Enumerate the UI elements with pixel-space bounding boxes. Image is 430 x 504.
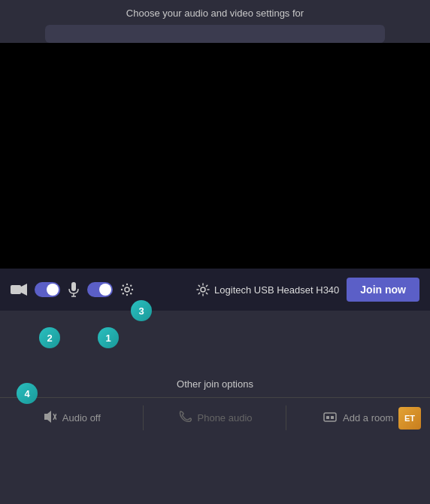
svg-rect-20	[331, 416, 334, 419]
svg-point-14	[201, 287, 205, 292]
mic-toggle-knob	[99, 284, 111, 296]
mic-toggle[interactable]	[87, 282, 113, 297]
join-options-row: 4 Audio off Phone aud	[0, 397, 430, 438]
svg-marker-15	[44, 411, 51, 423]
header-section: Choose your audio and video settings for	[0, 0, 430, 25]
subtitle-text: Choose your audio and video settings for	[12, 8, 418, 19]
camera-toggle-knob	[47, 284, 59, 296]
svg-point-7	[126, 294, 128, 296]
device-section: Logitech USB Headset H340	[196, 283, 339, 296]
audio-off-label: Audio off	[62, 412, 101, 424]
meeting-title	[45, 25, 385, 43]
settings-icon[interactable]	[196, 283, 210, 296]
svg-point-10	[123, 285, 124, 287]
audio-off-option[interactable]: 4 Audio off	[0, 398, 144, 438]
effects-icon[interactable]	[120, 283, 134, 296]
svg-rect-19	[326, 416, 329, 419]
room-icon	[323, 410, 337, 426]
phone-audio-option[interactable]: Phone audio	[144, 398, 287, 438]
audio-off-icon	[43, 410, 56, 426]
camera-toggle[interactable]	[35, 282, 60, 297]
phone-audio-label: Phone audio	[198, 412, 253, 424]
spacer	[0, 311, 430, 371]
svg-point-12	[130, 285, 132, 287]
badge-1: 1	[98, 327, 119, 348]
svg-point-5	[125, 287, 129, 292]
controls-bar: Logitech USB Headset H340 Join now 3 2 1	[0, 269, 430, 311]
badge-4: 4	[17, 383, 38, 404]
add-room-label: Add a room	[343, 412, 393, 424]
svg-point-11	[130, 293, 132, 294]
add-room-option[interactable]: Add a room ET	[286, 398, 430, 438]
phone-icon	[178, 410, 192, 426]
svg-point-13	[123, 293, 124, 294]
svg-point-8	[121, 289, 123, 290]
svg-rect-0	[11, 285, 21, 294]
other-join-section: Other join options 4 Audio off	[0, 371, 430, 438]
badge-3: 3	[131, 300, 152, 321]
svg-point-6	[126, 284, 128, 285]
device-label: Logitech USB Headset H340	[214, 284, 339, 296]
video-preview	[0, 43, 430, 269]
svg-rect-2	[71, 282, 76, 291]
mic-icon[interactable]	[68, 282, 80, 297]
mic-toggle-wrap[interactable]	[87, 282, 113, 297]
svg-point-9	[132, 289, 133, 290]
join-now-button[interactable]: Join now	[347, 278, 419, 302]
badge-2: 2	[39, 327, 60, 348]
bottom-section: Other join options 4 Audio off	[0, 371, 430, 438]
camera-icon[interactable]	[11, 284, 27, 296]
camera-toggle-wrap[interactable]	[35, 282, 60, 297]
avatar: ET	[398, 407, 421, 430]
other-join-title: Other join options	[0, 378, 430, 390]
svg-marker-1	[21, 284, 27, 296]
svg-rect-18	[324, 413, 336, 421]
